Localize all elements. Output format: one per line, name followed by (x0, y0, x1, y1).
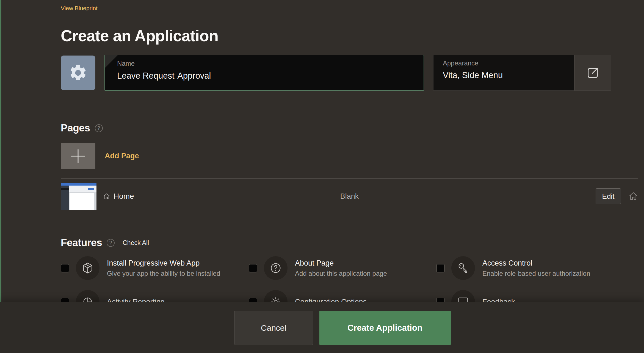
question-circle-icon (269, 262, 282, 274)
feature-subtitle: Add about this application page (295, 270, 387, 277)
footer-buttons: Cancel Create Application (234, 311, 451, 345)
create-application-button[interactable]: Create Application (319, 311, 451, 345)
features-help-icon[interactable]: ? (107, 239, 115, 247)
feature-subtitle: Enable role-based user authorization (482, 270, 590, 277)
open-dialog-icon (586, 66, 600, 80)
about-checkbox[interactable] (249, 264, 257, 272)
appearance-group: Appearance Vita, Side Menu (433, 55, 611, 91)
edit-page-button[interactable]: Edit (596, 188, 621, 204)
features-heading: Features (61, 237, 102, 249)
cancel-button[interactable]: Cancel (234, 311, 313, 345)
page-layout-label: Blank (340, 192, 359, 201)
appearance-field-value: Vita, Side Menu (443, 70, 574, 80)
page-name-label: Home (114, 192, 134, 201)
home-row-left: Home (61, 183, 134, 210)
home-page-indicator-icon[interactable] (628, 191, 638, 201)
view-blueprint-link[interactable]: View Blueprint (61, 5, 98, 12)
add-page-label[interactable]: Add Page (105, 152, 139, 160)
plus-icon (69, 147, 87, 165)
feature-title: About Page (295, 259, 387, 267)
package-icon (81, 262, 94, 274)
feature-title: Install Progressive Web App (107, 259, 220, 267)
name-field-label: Name (117, 60, 424, 67)
feature-item-pwa: Install Progressive Web App Give your ap… (61, 256, 249, 280)
appearance-open-button[interactable] (574, 55, 611, 90)
feature-subtitle: Give your app the ability to be installe… (107, 270, 220, 277)
app-settings-tile[interactable] (61, 56, 95, 90)
name-field-value[interactable]: Leave Request Approval (117, 71, 424, 81)
gear-icon (68, 63, 88, 82)
page-title: Create an Application (61, 26, 218, 45)
check-all-link[interactable]: Check All (123, 239, 149, 247)
access-control-avatar (451, 256, 475, 280)
feature-item-access-control: Access Control Enable role-based user au… (436, 256, 590, 280)
application-form-row: Name Leave Request Approval Appearance V… (61, 55, 611, 91)
add-page-tile[interactable] (61, 143, 95, 169)
app-name-field[interactable]: Name Leave Request Approval (104, 55, 424, 91)
wizard-footer: Cancel Create Application (0, 302, 644, 353)
home-icon (103, 193, 110, 200)
pages-heading: Pages (61, 122, 90, 134)
key-icon (457, 262, 469, 274)
feature-item-about: About Page Add about this application pa… (249, 256, 436, 280)
pages-help-icon[interactable]: ? (95, 124, 103, 132)
pwa-checkbox[interactable] (61, 264, 69, 272)
left-accent-strip (0, 0, 1, 353)
features-section-head: Features ? Check All (61, 237, 149, 249)
pwa-avatar (76, 256, 99, 280)
home-row-actions: Edit (596, 188, 638, 204)
page-thumbnail (61, 183, 96, 210)
about-avatar (264, 256, 288, 280)
appearance-field-label: Appearance (443, 59, 574, 67)
feature-title: Access Control (482, 259, 590, 267)
pages-section-head: Pages ? (61, 122, 103, 134)
add-page-button[interactable]: Add Page (61, 143, 139, 169)
access-control-checkbox[interactable] (436, 264, 445, 272)
page-name: Home (103, 192, 134, 201)
appearance-field[interactable]: Appearance Vita, Side Menu (433, 55, 574, 90)
page-list-row-home[interactable]: Home Blank Edit (61, 178, 638, 214)
